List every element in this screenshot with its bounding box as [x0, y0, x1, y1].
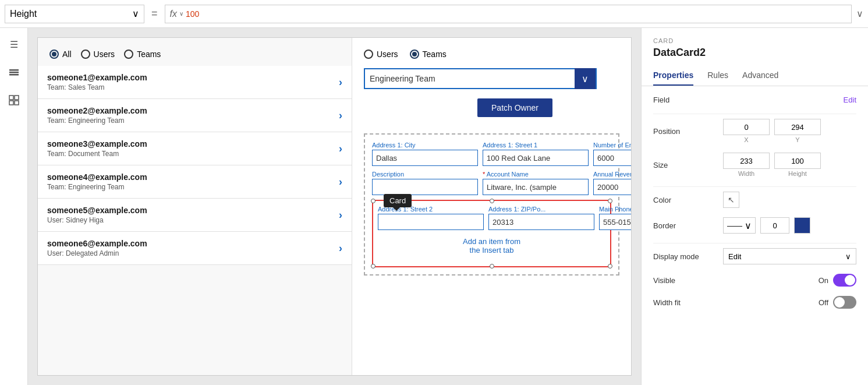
color-arrow-icon: ↖: [728, 195, 735, 204]
annual-revenue-input[interactable]: [593, 179, 632, 195]
size-width-input[interactable]: [723, 153, 770, 169]
layers-icon[interactable]: [5, 63, 23, 82]
team-dropdown-button[interactable]: ∨: [575, 68, 596, 89]
width-fit-off-label: Off: [819, 298, 828, 307]
svg-rect-2: [9, 74, 19, 76]
panel-row-display-mode: Display mode Edit ∨: [653, 248, 856, 264]
fx-area[interactable]: fx ∨ 100: [165, 5, 852, 23]
tab-properties[interactable]: Properties: [653, 66, 693, 86]
components-icon[interactable]: [5, 91, 23, 110]
form-radio-group: Users Teams: [364, 50, 619, 59]
selected-card-row[interactable]: Address 1: Street 2 Address 1: ZIP/Po...…: [372, 200, 611, 267]
selection-handle[interactable]: [371, 199, 375, 203]
visible-on-label: On: [819, 276, 828, 285]
field-group: Description: [372, 171, 478, 195]
position-label: Position: [653, 127, 723, 136]
svg-rect-3: [9, 96, 13, 100]
tab-rules[interactable]: Rules: [707, 66, 728, 86]
svg-rect-4: [15, 96, 19, 100]
size-height-input[interactable]: [774, 153, 821, 169]
list-item-chevron-icon: ›: [339, 76, 342, 89]
height-label: Height: [10, 9, 37, 19]
panel-card-label: CARD: [653, 37, 856, 44]
field-label: Address 1: Street 1: [483, 142, 589, 149]
card-tooltip: Card: [384, 194, 412, 207]
border-style-chevron-icon: ∨: [745, 220, 752, 231]
radio-users[interactable]: Users: [81, 50, 115, 59]
selection-handle[interactable]: [490, 264, 494, 269]
visible-toggle[interactable]: [833, 274, 856, 287]
radio-all[interactable]: All: [49, 50, 72, 59]
radio-teams-label: Teams: [137, 50, 161, 59]
card-fields-grid: Address 1: City Address 1: Street 1 Numb…: [372, 142, 611, 195]
team-dropdown[interactable]: Engineering Team ∨: [364, 68, 597, 89]
list-item[interactable]: someone6@example.com User: Delegated Adm…: [38, 232, 352, 265]
panel-card-name: DataCard2: [653, 47, 856, 59]
field-group: Address 1: ZIP/Po...: [488, 206, 594, 230]
list-item[interactable]: someone4@example.com Team: Engineering T…: [38, 165, 352, 199]
list-item-chevron-icon: ›: [339, 209, 342, 221]
selection-handle[interactable]: [490, 199, 494, 203]
radio-teams[interactable]: Teams: [124, 50, 161, 59]
radio-users-circle: [81, 50, 90, 59]
toggle-knob: [834, 297, 845, 308]
border-style-select[interactable]: —— ∨: [723, 217, 756, 234]
main-phone-input[interactable]: [599, 214, 632, 230]
color-label: Color: [653, 196, 723, 204]
fx-value: 100: [186, 9, 199, 19]
field-label: Main Phone: [599, 206, 632, 213]
position-y-input[interactable]: [774, 119, 821, 135]
panel-row-color: Color ↖: [653, 192, 856, 208]
list-items-container: someone1@example.com Team: Sales Team › …: [38, 66, 352, 265]
field-label: Annual Revenue: [593, 171, 632, 178]
list-item[interactable]: someone3@example.com Team: Document Team…: [38, 132, 352, 165]
list-item-chevron-icon: ›: [339, 242, 342, 255]
patch-owner-button[interactable]: Patch Owner: [477, 98, 552, 117]
display-mode-select[interactable]: Edit ∨: [723, 248, 856, 264]
color-swatch[interactable]: ↖: [723, 192, 739, 208]
list-item[interactable]: someone2@example.com Team: Engineering T…: [38, 99, 352, 132]
account-name-input[interactable]: [483, 179, 589, 195]
panel-row-position: Position X Y: [653, 119, 856, 143]
border-color-swatch[interactable]: [794, 217, 810, 234]
list-item[interactable]: someone1@example.com Team: Sales Team ›: [38, 66, 352, 99]
field-group: Annual Revenue: [593, 171, 632, 195]
panel-row-size: Size Width Height: [653, 153, 856, 177]
height-dropdown[interactable]: Height ∨: [5, 5, 144, 23]
width-fit-toggle[interactable]: [833, 296, 856, 309]
address-street2-input[interactable]: [378, 214, 484, 230]
selection-handle[interactable]: [608, 199, 612, 203]
num-employees-input[interactable]: [593, 150, 632, 166]
equals-sign: =: [149, 8, 160, 20]
hamburger-menu-icon[interactable]: ☰: [5, 35, 23, 54]
form-radio-users[interactable]: Users: [364, 50, 398, 59]
panel-header: CARD DataCard2: [642, 28, 868, 59]
svg-rect-6: [15, 101, 19, 105]
width-fit-label: Width fit: [653, 298, 723, 307]
list-item[interactable]: someone5@example.com User: Sidney Higa ›: [38, 199, 352, 232]
position-x-input[interactable]: [723, 119, 770, 135]
field-label: Description: [372, 171, 478, 178]
svg-rect-0: [9, 69, 19, 71]
field-edit-link[interactable]: Edit: [844, 96, 856, 104]
description-input[interactable]: [372, 179, 478, 195]
list-item-chevron-icon: ›: [339, 143, 342, 155]
selection-handle[interactable]: [608, 264, 612, 269]
address-street1-input[interactable]: [483, 150, 589, 166]
panel-tabs: Properties Rules Advanced: [642, 66, 868, 86]
border-width-input[interactable]: [760, 217, 789, 234]
address-zip-input[interactable]: [488, 214, 594, 230]
radio-teams-circle: [124, 50, 133, 59]
main-layout: ☰ All: [0, 28, 868, 385]
address-city-input[interactable]: [372, 150, 478, 166]
field-group: Main Phone: [599, 206, 632, 230]
form-radio-teams-circle: [410, 50, 419, 59]
team-dropdown-value: Engineering Team: [370, 74, 575, 83]
border-controls: —— ∨: [723, 217, 810, 234]
tab-advanced[interactable]: Advanced: [742, 66, 778, 86]
form-radio-teams[interactable]: Teams: [410, 50, 447, 59]
width-dim-label: Width: [723, 170, 770, 177]
svg-rect-1: [9, 72, 19, 73]
form-radio-users-label: Users: [377, 50, 398, 59]
selection-handle[interactable]: [371, 264, 375, 269]
